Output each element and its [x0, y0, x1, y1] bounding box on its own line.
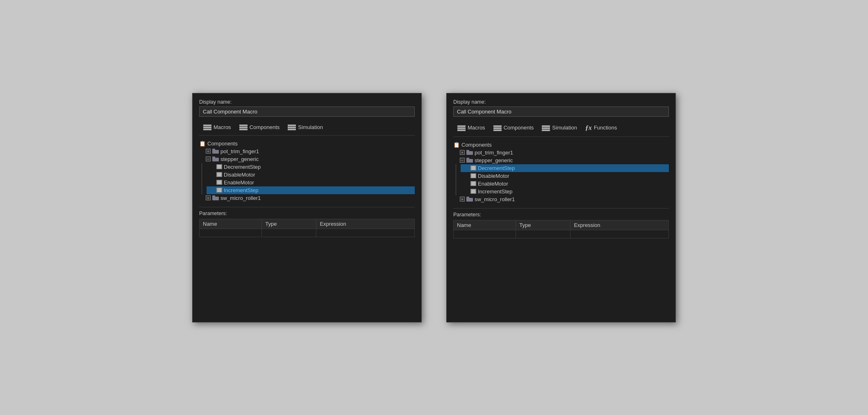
function-label: DecrementStep — [224, 164, 261, 170]
expand-button[interactable]: + — [206, 195, 211, 200]
collapse-button[interactable]: − — [206, 156, 211, 161]
params-col-name: Name — [454, 220, 516, 230]
panels-container: Display name:Call Component MacroMacrosC… — [192, 93, 676, 322]
component-icon — [542, 125, 550, 131]
panel-left: Display name:Call Component MacroMacrosC… — [192, 93, 422, 322]
tab-simulation[interactable]: Simulation — [538, 123, 581, 132]
function-label: DecrementStep — [478, 165, 515, 171]
tree-func-EnableMotor[interactable]: EnableMotor — [207, 179, 415, 186]
tree-section: 📋Components+pot_trim_finger1−stepper_gen… — [199, 140, 415, 202]
tree-folder-sw_micro_roller1[interactable]: +sw_micro_roller1 — [199, 194, 415, 202]
tab-components[interactable]: Components — [489, 123, 538, 132]
folder-label: sw_micro_roller1 — [220, 195, 261, 201]
tab-label: Simulation — [552, 125, 577, 131]
folder-label: sw_micro_roller1 — [475, 196, 515, 202]
tabs-bar: MacrosComponentsSimulation — [199, 122, 415, 136]
params-col-type: Type — [262, 219, 316, 229]
component-icon — [288, 124, 296, 130]
folder-label: pot_trim_finger1 — [475, 150, 513, 156]
params-col-name: Name — [200, 219, 262, 229]
expand-placeholder — [210, 164, 215, 169]
tree-func-IncrementStep[interactable]: IncrementStep — [207, 186, 415, 194]
expand-placeholder — [464, 166, 469, 170]
component-icon — [239, 124, 248, 130]
folder-label: stepper_generic — [475, 157, 513, 163]
tab-label: Components — [504, 125, 534, 131]
collapse-button[interactable]: − — [460, 158, 465, 163]
tree-func-DisableMotor[interactable]: DisableMotor — [207, 171, 415, 179]
expand-button[interactable]: + — [460, 197, 465, 202]
tree-folder-stepper_generic[interactable]: −stepper_generic — [199, 155, 415, 163]
tree-func-IncrementStep[interactable]: IncrementStep — [461, 188, 669, 195]
expand-placeholder — [210, 180, 215, 185]
display-name-value[interactable]: Call Component Macro — [453, 107, 669, 117]
expand-button[interactable]: + — [206, 149, 211, 154]
expand-button[interactable]: + — [460, 150, 465, 155]
params-table: NameTypeExpression — [453, 220, 669, 238]
function-icon — [470, 166, 476, 170]
params-col-expression: Expression — [316, 219, 415, 229]
expand-placeholder — [464, 181, 469, 186]
tab-functions[interactable]: ƒxFunctions — [581, 122, 621, 133]
tab-simulation[interactable]: Simulation — [284, 122, 327, 132]
function-icon — [470, 173, 476, 178]
tab-macros[interactable]: Macros — [199, 122, 235, 132]
display-name-label: Display name: — [453, 99, 669, 105]
tree-connector-line — [202, 163, 202, 194]
expand-placeholder — [464, 189, 469, 194]
display-name-value[interactable]: Call Component Macro — [199, 107, 415, 117]
component-icon — [203, 124, 211, 130]
folder-label: pot_trim_finger1 — [220, 148, 259, 154]
function-label: EnableMotor — [478, 181, 508, 187]
function-label: IncrementStep — [224, 187, 259, 193]
panel-right: Display name:Call Component MacroMacrosC… — [446, 93, 676, 322]
params-col-expression: Expression — [570, 220, 669, 230]
function-label: IncrementStep — [478, 188, 513, 195]
tree-root-label: Components — [207, 141, 238, 147]
tab-label: Simulation — [298, 124, 323, 130]
function-icon — [216, 188, 222, 193]
tab-label: Components — [250, 124, 280, 130]
tab-label: Macros — [468, 125, 485, 131]
expand-placeholder — [210, 172, 215, 177]
tree-func-DecrementStep[interactable]: DecrementStep — [461, 164, 669, 172]
expand-placeholder — [464, 173, 469, 178]
tree-section: 📋Components+pot_trim_finger1−stepper_gen… — [453, 141, 669, 203]
tabs-bar: MacrosComponentsSimulationƒxFunctions — [453, 122, 669, 137]
tree-connector-line — [456, 164, 456, 195]
parameters-section: Parameters:NameTypeExpression — [453, 208, 669, 238]
tree-folder-stepper_generic[interactable]: −stepper_generic — [453, 156, 669, 164]
folder-icon — [212, 156, 219, 161]
folder-label: stepper_generic — [220, 156, 259, 162]
tree-func-EnableMotor[interactable]: EnableMotor — [461, 180, 669, 188]
tab-label: Functions — [594, 125, 617, 131]
tree-folder-sw_micro_roller1[interactable]: +sw_micro_roller1 — [453, 195, 669, 203]
tree-root: 📋Components — [453, 141, 669, 149]
folder-icon — [466, 150, 473, 155]
tree-folder-pot_trim_finger1[interactable]: +pot_trim_finger1 — [199, 147, 415, 155]
function-icon — [470, 189, 476, 194]
tree-root: 📋Components — [199, 140, 415, 147]
tab-macros[interactable]: Macros — [453, 123, 489, 132]
tree-func-DisableMotor[interactable]: DisableMotor — [461, 172, 669, 180]
fx-icon: ƒx — [585, 124, 592, 132]
tree-func-DecrementStep[interactable]: DecrementStep — [207, 163, 415, 171]
folder-icon — [212, 195, 219, 200]
params-table: NameTypeExpression — [199, 219, 415, 237]
function-icon — [470, 181, 476, 186]
tree-folder-pot_trim_finger1[interactable]: +pot_trim_finger1 — [453, 149, 669, 156]
tree-root-label: Components — [461, 142, 492, 148]
component-icon — [493, 125, 502, 131]
doc-icon: 📋 — [199, 141, 206, 147]
function-icon — [216, 164, 222, 169]
expand-placeholder — [210, 188, 215, 193]
function-icon — [216, 180, 222, 185]
doc-icon: 📋 — [453, 142, 460, 148]
function-label: EnableMotor — [224, 179, 254, 186]
parameters-label: Parameters: — [453, 212, 669, 218]
parameters-label: Parameters: — [199, 211, 415, 216]
tab-components[interactable]: Components — [235, 122, 284, 132]
display-name-label: Display name: — [199, 99, 415, 105]
folder-icon — [212, 149, 219, 154]
folder-icon — [466, 197, 473, 202]
